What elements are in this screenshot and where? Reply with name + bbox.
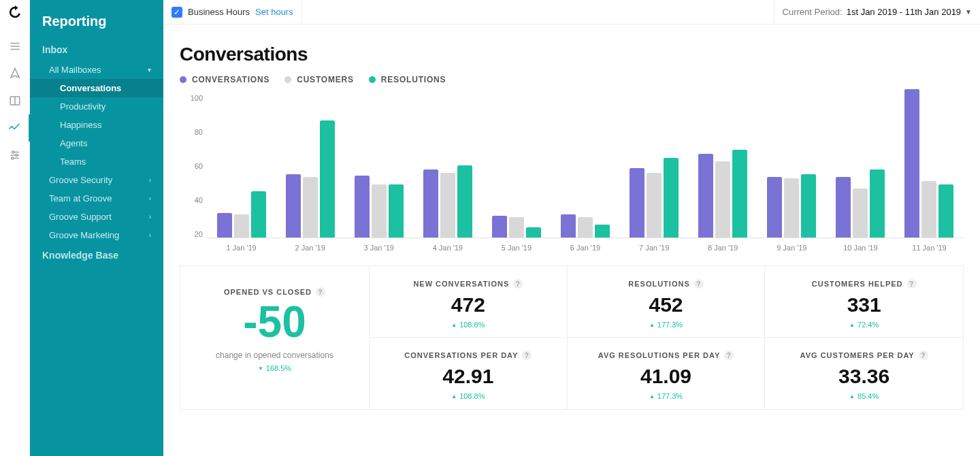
stat-card-grid: NEW CONVERSATIONS?472▲108.8%RESOLUTIONS?… bbox=[370, 266, 963, 409]
stat-card: AVG RESOLUTIONS PER DAY?41.09▲177.3% bbox=[568, 338, 766, 409]
bar[interactable] bbox=[870, 169, 885, 238]
chart-legend: CONVERSATIONS CUSTOMERS RESOLUTIONS bbox=[180, 75, 964, 84]
triangle-up-icon: ▲ bbox=[451, 393, 457, 400]
bar[interactable] bbox=[389, 184, 404, 238]
bar[interactable] bbox=[526, 227, 541, 238]
bar[interactable] bbox=[320, 120, 335, 238]
swatch-icon bbox=[369, 76, 376, 83]
bar[interactable] bbox=[492, 216, 507, 238]
stat-subtitle: change in opened conversations bbox=[189, 351, 361, 360]
groove-logo-icon[interactable] bbox=[7, 4, 23, 20]
bar[interactable] bbox=[801, 174, 816, 238]
bar[interactable] bbox=[647, 173, 662, 238]
stat-value: 42.91 bbox=[374, 365, 563, 388]
sidebar-sub-agents[interactable]: Agents bbox=[30, 134, 163, 152]
bar[interactable] bbox=[303, 177, 318, 238]
plot-area bbox=[207, 94, 964, 238]
legend-label: CONVERSATIONS bbox=[192, 75, 270, 84]
help-icon[interactable]: ? bbox=[919, 351, 928, 360]
bar[interactable] bbox=[561, 214, 576, 238]
bar-group bbox=[895, 89, 964, 238]
bar[interactable] bbox=[423, 169, 438, 238]
bar[interactable] bbox=[732, 150, 747, 238]
x-tick: 3 Jan '19 bbox=[344, 244, 413, 252]
legend-conversations[interactable]: CONVERSATIONS bbox=[180, 75, 270, 84]
help-icon[interactable]: ? bbox=[316, 287, 325, 297]
bar[interactable] bbox=[664, 158, 679, 238]
y-tick: 20 bbox=[195, 230, 203, 238]
sidebar-sub-happiness[interactable]: Happiness bbox=[30, 116, 163, 134]
x-tick: 10 Jan '19 bbox=[826, 244, 895, 252]
triangle-up-icon: ▲ bbox=[849, 393, 855, 400]
help-icon[interactable]: ? bbox=[907, 279, 917, 289]
stat-label: AVG CUSTOMERS PER DAY? bbox=[800, 351, 928, 360]
menu-icon[interactable] bbox=[0, 33, 30, 60]
reporting-icon[interactable] bbox=[0, 114, 30, 142]
bar[interactable] bbox=[921, 181, 936, 238]
bar[interactable] bbox=[715, 161, 730, 238]
sidebar-section-inbox[interactable]: Inbox bbox=[30, 39, 163, 61]
bar[interactable] bbox=[767, 177, 782, 238]
stat-card: CUSTOMERS HELPED?331▲72.4% bbox=[765, 266, 963, 338]
bar[interactable] bbox=[578, 217, 593, 238]
sidebar-item-all-mailboxes[interactable]: All Mailboxes ▾ bbox=[30, 61, 163, 79]
bar[interactable] bbox=[698, 154, 713, 238]
bar[interactable] bbox=[630, 168, 644, 238]
bar[interactable] bbox=[509, 217, 524, 238]
help-icon[interactable]: ? bbox=[724, 351, 734, 360]
business-hours-checkbox[interactable]: ✓ bbox=[172, 7, 182, 18]
stat-delta: ▲108.8% bbox=[374, 392, 563, 400]
bar[interactable] bbox=[938, 184, 953, 238]
sidebar-sub-conversations[interactable]: Conversations bbox=[30, 79, 163, 97]
period-selector[interactable]: Current Period: 1st Jan 2019 - 11th Jan … bbox=[774, 0, 980, 24]
bar[interactable] bbox=[853, 189, 868, 238]
book-icon[interactable] bbox=[0, 87, 30, 114]
bar-group bbox=[482, 216, 551, 238]
bar[interactable] bbox=[595, 225, 610, 238]
bar[interactable] bbox=[372, 184, 387, 238]
stat-label-text: RESOLUTIONS bbox=[628, 280, 689, 288]
stat-delta: ▲72.4% bbox=[769, 321, 959, 329]
bar[interactable] bbox=[457, 165, 472, 238]
content: Conversations CONVERSATIONS CUSTOMERS RE… bbox=[163, 25, 980, 426]
bar[interactable] bbox=[234, 214, 249, 238]
help-icon[interactable]: ? bbox=[513, 279, 523, 289]
svg-point-9 bbox=[12, 151, 14, 153]
stat-label-text: CUSTOMERS HELPED bbox=[812, 280, 903, 288]
bar[interactable] bbox=[784, 178, 799, 238]
bar[interactable] bbox=[904, 89, 919, 238]
help-icon[interactable]: ? bbox=[694, 279, 704, 289]
compass-icon[interactable] bbox=[0, 60, 30, 87]
sidebar-item-team-at-groove[interactable]: Team at Groove › bbox=[30, 189, 163, 208]
bar[interactable] bbox=[217, 213, 232, 238]
bar[interactable] bbox=[251, 191, 266, 238]
y-axis: 10080604020 bbox=[180, 94, 207, 244]
bar[interactable] bbox=[355, 176, 370, 238]
stat-card-opened-vs-closed: OPENED VS CLOSED ? -50 change in opened … bbox=[180, 266, 370, 409]
y-tick: 60 bbox=[195, 162, 203, 170]
set-hours-link[interactable]: Set hours bbox=[255, 7, 293, 17]
settings-icon[interactable] bbox=[0, 142, 30, 169]
bar[interactable] bbox=[836, 177, 851, 238]
stat-delta-value: 177.3% bbox=[657, 392, 683, 400]
stat-delta-value: 168.5% bbox=[266, 364, 291, 372]
stat-label-text: NEW CONVERSATIONS bbox=[413, 280, 509, 288]
x-tick: 2 Jan '19 bbox=[276, 244, 344, 252]
stat-delta-value: 108.8% bbox=[459, 321, 485, 329]
legend-resolutions[interactable]: RESOLUTIONS bbox=[369, 75, 446, 84]
sidebar-item-groove-support[interactable]: Groove Support › bbox=[30, 208, 163, 226]
sidebar-item-groove-security[interactable]: Groove Security › bbox=[30, 171, 163, 189]
sidebar-item-groove-marketing[interactable]: Groove Marketing › bbox=[30, 226, 163, 244]
sidebar-sub-teams[interactable]: Teams bbox=[30, 152, 163, 171]
stat-delta-value: 177.3% bbox=[657, 321, 683, 329]
bar[interactable] bbox=[440, 173, 455, 238]
bar[interactable] bbox=[286, 174, 301, 238]
stat-label-text: AVG CUSTOMERS PER DAY bbox=[800, 351, 915, 359]
sidebar-section-knowledge-base[interactable]: Knowledge Base bbox=[30, 244, 163, 266]
bar-group bbox=[757, 174, 826, 238]
stat-delta-value: 72.4% bbox=[858, 321, 879, 329]
sidebar-sub-productivity[interactable]: Productivity bbox=[30, 97, 163, 116]
legend-customers[interactable]: CUSTOMERS bbox=[284, 75, 354, 84]
bar-group bbox=[207, 191, 276, 238]
help-icon[interactable]: ? bbox=[522, 351, 532, 360]
